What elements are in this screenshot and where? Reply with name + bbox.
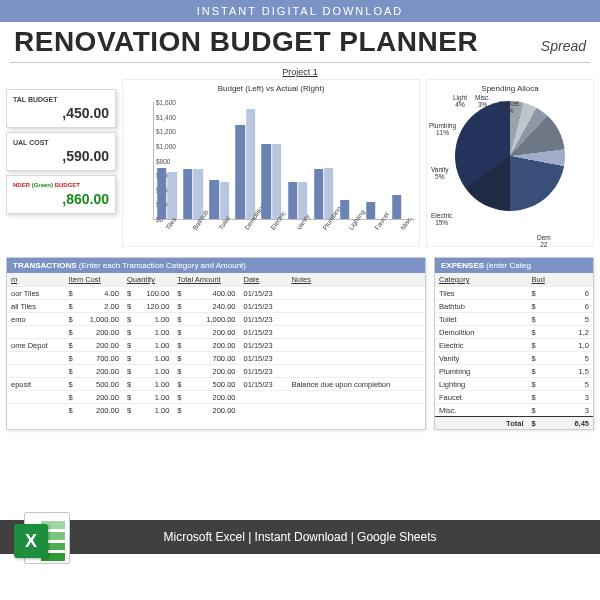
cell: 1,0	[527, 339, 593, 352]
table-row: Demolition1,2	[435, 326, 593, 339]
bar	[262, 144, 271, 219]
cell: 200.00	[173, 391, 239, 404]
expenses-table: EXPENSES (enter Categ CategoryBudTiles6B…	[434, 257, 594, 430]
pie-chart-title: Spending Alloca	[481, 84, 538, 93]
card-budget: TAL BUDGET ,450.00	[6, 89, 116, 128]
cell: 1,000.00	[65, 313, 123, 326]
cell: 3	[527, 404, 593, 417]
cell: 400.00	[173, 287, 239, 300]
excel-x-badge: X	[14, 524, 48, 558]
bar-group	[366, 102, 386, 219]
cell: 1.00	[123, 326, 173, 339]
col-header: Bud	[527, 273, 593, 287]
cell: 200.00	[173, 365, 239, 378]
col-header: Notes	[287, 273, 425, 287]
bar	[272, 144, 281, 219]
cell: 1.00	[123, 339, 173, 352]
cell	[287, 404, 425, 417]
bar-group	[236, 102, 256, 219]
cell: 1.00	[123, 352, 173, 365]
cell	[287, 352, 425, 365]
table-row: Vanity5	[435, 352, 593, 365]
page-title: RENOVATION BUDGET PLANNER	[14, 26, 541, 58]
cell: 5	[527, 352, 593, 365]
cell: 700.00	[65, 352, 123, 365]
cell: oor Tiles	[7, 287, 65, 300]
col-header: Date	[239, 273, 287, 287]
cell: 4.00	[65, 287, 123, 300]
bar	[183, 169, 192, 219]
cell: 200.00	[173, 339, 239, 352]
exp-header-main: EXPENSES	[441, 261, 486, 270]
table-row: Misc.3	[435, 404, 593, 417]
cell: 200.00	[65, 326, 123, 339]
cell: 1.00	[123, 404, 173, 417]
bar	[168, 172, 177, 219]
total-row: Total6,45	[435, 417, 593, 430]
card-actual-value: ,590.00	[13, 148, 109, 164]
card-actual: UAL COST ,590.00	[6, 132, 116, 171]
transactions-header: TRANSACTIONS (Enter each Transaction Cat…	[7, 258, 425, 273]
exp-header-note: (enter Categ	[486, 261, 530, 270]
pie-slice-label: Faucet 4%	[499, 100, 519, 114]
subtitle: Spread	[541, 38, 586, 54]
row-summary-charts: TAL BUDGET ,450.00 UAL COST ,590.00 NDER…	[0, 79, 600, 247]
card-under-label: NDER (Green) BUDGET	[13, 182, 109, 189]
total-label: Total	[435, 417, 527, 430]
row-tables: TRANSACTIONS (Enter each Transaction Cat…	[0, 247, 600, 430]
cell: 700.00	[173, 352, 239, 365]
summary-cards: TAL BUDGET ,450.00 UAL COST ,590.00 NDER…	[6, 79, 116, 247]
cell	[287, 300, 425, 313]
table-row: 200.001.00200.00	[7, 391, 425, 404]
bar-group	[340, 102, 360, 219]
bar	[157, 168, 166, 219]
table-row: 700.001.00700.0001/15/23	[7, 352, 425, 365]
table-row: emo1,000.001.001,000.0001/15/23	[7, 313, 425, 326]
bar-chart-title: Budget (Left) vs Actual (Right)	[123, 84, 419, 93]
bar	[246, 109, 255, 219]
cell: 1,5	[527, 365, 593, 378]
bar-group	[209, 102, 229, 219]
cell: 5	[527, 378, 593, 391]
table-row: eposit500.001.00500.0001/15/23Balance du…	[7, 378, 425, 391]
bar	[340, 200, 349, 219]
banner: INSTANT DIGITAL DOWNLOAD	[0, 0, 600, 22]
cell	[239, 391, 287, 404]
trans-header-main: TRANSACTIONS	[13, 261, 79, 270]
total-value: 6,45	[527, 417, 593, 430]
bar	[209, 180, 218, 219]
table-row: all Tiles2.00120.00240.0001/15/23	[7, 300, 425, 313]
cell	[287, 365, 425, 378]
pie-slice-label: Misc. 3%	[475, 94, 490, 108]
cell: 120.00	[123, 300, 173, 313]
bar	[392, 195, 401, 219]
table-row: Electric1,0	[435, 339, 593, 352]
pie-slice-label: Electric 15%	[431, 212, 452, 226]
cell: ome Depot	[7, 339, 65, 352]
table-row: 200.001.00200.00	[7, 404, 425, 417]
cell: 01/15/23	[239, 313, 287, 326]
card-actual-label: UAL COST	[13, 139, 109, 146]
excel-icon: X	[14, 506, 78, 570]
cell: 01/15/23	[239, 300, 287, 313]
bar	[236, 125, 245, 219]
spreadsheet-thumbnail: INSTANT DIGITAL DOWNLOAD RENOVATION BUDG…	[0, 0, 600, 600]
cell: 200.00	[65, 339, 123, 352]
cell	[7, 365, 65, 378]
bar-chart: Budget (Left) vs Actual (Right) $0$200$4…	[122, 79, 420, 247]
expenses-header: EXPENSES (enter Categ	[435, 258, 593, 273]
table-row: oor Tiles4.00100.00400.0001/15/23	[7, 287, 425, 300]
cell: 01/15/23	[239, 352, 287, 365]
cell: 3	[527, 391, 593, 404]
cell	[7, 352, 65, 365]
cell: 6	[527, 287, 593, 300]
under-pre: NDER	[13, 182, 32, 188]
col-header: Item Cost	[65, 273, 123, 287]
pie-slice-label: Light 4%	[453, 94, 467, 108]
under-post: BUDGET	[53, 182, 80, 188]
cell: 1.00	[123, 378, 173, 391]
cell: all Tiles	[7, 300, 65, 313]
table-row: Toilet5	[435, 313, 593, 326]
bar	[366, 202, 375, 219]
cell: 100.00	[123, 287, 173, 300]
